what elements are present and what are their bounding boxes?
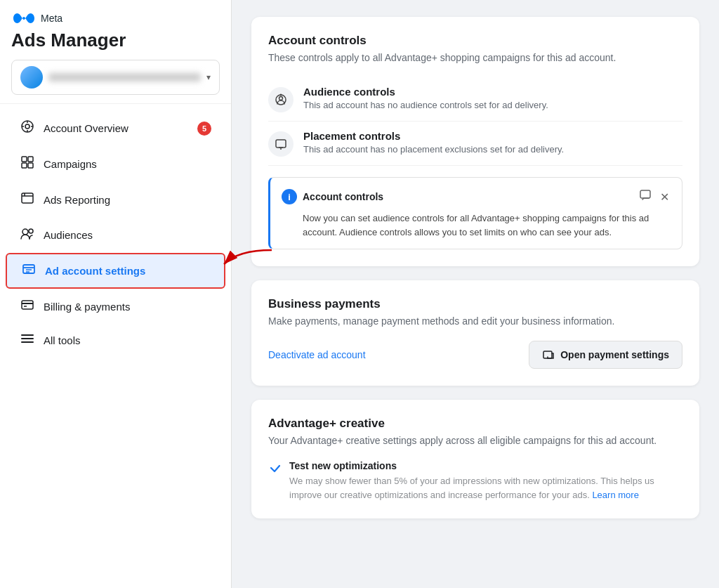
info-icon: i <box>282 189 297 204</box>
meta-logo: Meta <box>11 11 220 25</box>
business-payments-title: Business payments <box>268 297 682 311</box>
checkmark-icon <box>268 461 282 478</box>
info-box: i Account controls ✕ Now you can set aud… <box>268 177 682 249</box>
svg-rect-32 <box>640 190 650 198</box>
placement-controls-text-desc: This ad account has no placement exclusi… <box>303 144 564 155</box>
svg-rect-29 <box>276 140 286 148</box>
sidebar-item-label: Campaigns <box>44 158 97 170</box>
placement-controls-text: Placement controls This ad account has n… <box>303 130 564 155</box>
sidebar-item-label: All tools <box>44 334 81 346</box>
test-optimizations-title: Test new optimizations <box>289 460 682 471</box>
account-name <box>48 73 201 81</box>
business-payments-subtitle: Make payments, manage payment methods an… <box>268 315 682 327</box>
svg-rect-9 <box>28 163 33 168</box>
sidebar-item-label: Billing & payments <box>44 301 130 313</box>
info-box-close-button[interactable]: ✕ <box>659 189 671 205</box>
sidebar-item-label: Ad account settings <box>45 265 145 277</box>
info-box-comment-button[interactable] <box>638 188 653 206</box>
svg-rect-10 <box>22 193 33 203</box>
sidebar-item-label: Ads Reporting <box>44 194 110 206</box>
open-payment-settings-button[interactable]: Open payment settings <box>529 341 682 369</box>
sidebar-item-ads-reporting[interactable]: Ads Reporting <box>6 183 225 217</box>
account-avatar <box>20 66 43 89</box>
open-payment-settings-label: Open payment settings <box>560 349 669 360</box>
sidebar-item-ad-account-settings[interactable]: Ad account settings <box>6 253 225 289</box>
info-box-body: Now you can set audience controls for al… <box>282 211 671 239</box>
info-box-actions: ✕ <box>638 188 671 206</box>
svg-point-14 <box>29 229 33 233</box>
test-optimizations-content: Test new optimizations We may show fewer… <box>289 460 682 502</box>
account-selector[interactable]: ▾ <box>11 60 220 95</box>
sidebar: Meta Ads Manager ▾ Account Overview <box>0 0 232 588</box>
app-title: Ads Manager <box>11 30 220 51</box>
audience-controls-item: Audience controls This ad account has no… <box>268 77 682 122</box>
audience-controls-text-desc: This ad account has no audience controls… <box>303 100 548 110</box>
ads-reporting-icon <box>20 191 35 209</box>
placement-controls-item: Placement controls This ad account has n… <box>268 122 682 166</box>
audience-controls-icon <box>268 87 293 112</box>
nav-list: Account Overview 5 Campaigns <box>0 104 231 588</box>
campaigns-icon <box>20 155 35 173</box>
meta-logo-text: Meta <box>41 13 62 24</box>
audiences-icon <box>20 227 35 243</box>
sidebar-item-label: Audiences <box>44 229 93 241</box>
test-optimizations-desc: We may show fewer than 5% of your ad imp… <box>289 474 682 502</box>
audience-controls-text-title: Audience controls <box>303 86 548 98</box>
billing-icon <box>20 299 35 315</box>
account-overview-icon <box>20 119 35 137</box>
ad-account-settings-icon <box>21 263 37 279</box>
svg-point-28 <box>280 94 282 96</box>
sidebar-item-billing-payments[interactable]: Billing & payments <box>6 290 225 323</box>
learn-more-link[interactable]: Learn more <box>592 490 638 500</box>
main-content: Account controls These controls apply to… <box>232 0 719 588</box>
meta-logo-icon <box>11 11 37 25</box>
advantage-creative-title: Advantage+ creative <box>268 417 682 431</box>
advantage-creative-subtitle: Your Advantage+ creative settings apply … <box>268 435 682 446</box>
sidebar-item-campaigns[interactable]: Campaigns <box>6 147 225 181</box>
chevron-down-icon: ▾ <box>206 72 211 82</box>
sidebar-item-audiences[interactable]: Audiences <box>6 218 225 251</box>
svg-rect-7 <box>28 157 33 162</box>
svg-point-1 <box>25 124 29 129</box>
payments-actions: Deactivate ad account Open payment setti… <box>268 341 682 369</box>
svg-point-27 <box>279 97 283 100</box>
advantage-creative-card: Advantage+ creative Your Advantage+ crea… <box>251 400 699 518</box>
sidebar-item-label: Account Overview <box>44 122 128 134</box>
deactivate-ad-account-link[interactable]: Deactivate ad account <box>268 349 366 360</box>
account-controls-card: Account controls These controls apply to… <box>251 17 699 266</box>
placement-controls-icon <box>268 131 293 157</box>
sidebar-header: Meta Ads Manager ▾ <box>0 0 231 104</box>
svg-rect-8 <box>22 163 27 168</box>
payment-settings-icon <box>542 348 555 361</box>
test-optimizations-row: Test new optimizations We may show fewer… <box>268 460 682 502</box>
svg-point-13 <box>22 229 28 235</box>
account-controls-subtitle: These controls apply to all Advantage+ s… <box>268 52 682 63</box>
placement-controls-text-title: Placement controls <box>303 130 564 142</box>
svg-rect-20 <box>22 301 33 309</box>
all-tools-icon <box>20 333 35 348</box>
info-box-title: Account controls <box>303 191 632 202</box>
account-controls-title: Account controls <box>268 34 682 48</box>
business-payments-card: Business payments Make payments, manage … <box>251 280 699 386</box>
sidebar-item-account-overview[interactable]: Account Overview 5 <box>6 111 225 145</box>
audience-controls-text: Audience controls This ad account has no… <box>303 86 548 110</box>
svg-rect-6 <box>22 157 27 162</box>
info-box-header: i Account controls ✕ <box>282 188 671 206</box>
nav-badge-account-overview: 5 <box>197 122 211 136</box>
sidebar-item-all-tools[interactable]: All tools <box>6 325 225 356</box>
